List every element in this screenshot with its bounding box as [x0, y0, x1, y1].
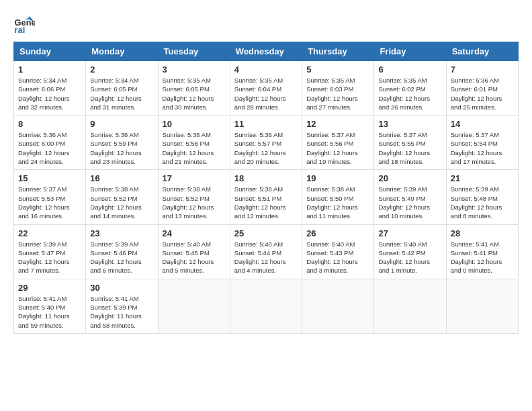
day-info: Sunrise: 5:36 AM Sunset: 5:58 PM Dayligh… [163, 130, 226, 166]
calendar-cell: 21Sunrise: 5:39 AM Sunset: 5:48 PM Dayli… [446, 170, 518, 224]
day-number: 6 [378, 64, 441, 75]
calendar-cell [374, 279, 446, 333]
day-info: Sunrise: 5:37 AM Sunset: 5:56 PM Dayligh… [306, 130, 369, 166]
calendar-cell: 6Sunrise: 5:35 AM Sunset: 6:02 PM Daylig… [374, 61, 446, 116]
day-number: 20 [378, 173, 441, 183]
day-info: Sunrise: 5:35 AM Sunset: 6:04 PM Dayligh… [234, 76, 298, 111]
day-number: 11 [234, 119, 298, 129]
day-number: 9 [90, 119, 153, 129]
day-number: 16 [90, 173, 153, 183]
calendar-cell: 18Sunrise: 5:38 AM Sunset: 5:51 PM Dayli… [230, 170, 302, 224]
logo-icon: Gene ral [13, 13, 35, 35]
day-info: Sunrise: 5:41 AM Sunset: 5:41 PM Dayligh… [451, 240, 514, 275]
calendar-cell: 15Sunrise: 5:37 AM Sunset: 5:53 PM Dayli… [14, 170, 86, 224]
day-info: Sunrise: 5:36 AM Sunset: 6:00 PM Dayligh… [18, 130, 81, 166]
calendar-cell [230, 279, 302, 333]
calendar-cell [302, 279, 374, 333]
calendar-cell: 9Sunrise: 5:36 AM Sunset: 5:59 PM Daylig… [86, 116, 158, 170]
day-info: Sunrise: 5:40 AM Sunset: 5:44 PM Dayligh… [234, 240, 298, 275]
calendar-cell: 26Sunrise: 5:40 AM Sunset: 5:43 PM Dayli… [302, 224, 374, 279]
day-number: 19 [306, 173, 369, 183]
day-number: 28 [451, 228, 514, 238]
day-number: 23 [90, 228, 153, 238]
day-info: Sunrise: 5:40 AM Sunset: 5:42 PM Dayligh… [378, 240, 441, 275]
day-number: 10 [163, 119, 226, 129]
page-header: Gene ral [13, 13, 519, 35]
day-number: 2 [90, 64, 153, 75]
day-info: Sunrise: 5:37 AM Sunset: 5:53 PM Dayligh… [18, 185, 81, 220]
day-info: Sunrise: 5:38 AM Sunset: 5:52 PM Dayligh… [90, 185, 153, 220]
calendar-cell: 17Sunrise: 5:38 AM Sunset: 5:52 PM Dayli… [158, 170, 230, 224]
calendar-cell: 12Sunrise: 5:37 AM Sunset: 5:56 PM Dayli… [302, 116, 374, 170]
day-number: 7 [451, 64, 514, 75]
calendar-cell: 24Sunrise: 5:40 AM Sunset: 5:45 PM Dayli… [158, 224, 230, 279]
day-info: Sunrise: 5:40 AM Sunset: 5:43 PM Dayligh… [306, 240, 369, 275]
day-number: 26 [306, 228, 369, 238]
day-info: Sunrise: 5:35 AM Sunset: 6:05 PM Dayligh… [163, 76, 226, 111]
calendar-cell: 20Sunrise: 5:39 AM Sunset: 5:49 PM Dayli… [374, 170, 446, 224]
day-number: 24 [163, 228, 226, 238]
calendar-cell: 11Sunrise: 5:36 AM Sunset: 5:57 PM Dayli… [230, 116, 302, 170]
day-info: Sunrise: 5:38 AM Sunset: 5:50 PM Dayligh… [306, 185, 369, 220]
day-number: 27 [378, 228, 441, 238]
calendar-cell: 19Sunrise: 5:38 AM Sunset: 5:50 PM Dayli… [302, 170, 374, 224]
calendar-cell: 10Sunrise: 5:36 AM Sunset: 5:58 PM Dayli… [158, 116, 230, 170]
col-sunday: Sunday [14, 42, 86, 61]
calendar-table: Sunday Monday Tuesday Wednesday Thursday… [13, 42, 519, 334]
day-info: Sunrise: 5:35 AM Sunset: 6:02 PM Dayligh… [378, 76, 441, 111]
calendar-cell: 23Sunrise: 5:39 AM Sunset: 5:46 PM Dayli… [86, 224, 158, 279]
day-number: 30 [90, 283, 153, 293]
day-info: Sunrise: 5:35 AM Sunset: 6:03 PM Dayligh… [306, 76, 369, 111]
calendar-cell: 5Sunrise: 5:35 AM Sunset: 6:03 PM Daylig… [302, 61, 374, 116]
calendar-cell: 8Sunrise: 5:36 AM Sunset: 6:00 PM Daylig… [14, 116, 86, 170]
svg-text:ral: ral [15, 25, 26, 35]
day-number: 5 [306, 64, 369, 75]
calendar-cell: 2Sunrise: 5:34 AM Sunset: 6:05 PM Daylig… [86, 61, 158, 116]
day-number: 14 [451, 119, 514, 129]
calendar-cell: 27Sunrise: 5:40 AM Sunset: 5:42 PM Dayli… [374, 224, 446, 279]
calendar-week-row-5: 29Sunrise: 5:41 AM Sunset: 5:40 PM Dayli… [14, 279, 519, 333]
calendar-cell: 1Sunrise: 5:34 AM Sunset: 6:06 PM Daylig… [14, 61, 86, 116]
day-number: 25 [234, 228, 298, 238]
day-info: Sunrise: 5:41 AM Sunset: 5:39 PM Dayligh… [90, 294, 153, 330]
day-info: Sunrise: 5:37 AM Sunset: 5:54 PM Dayligh… [451, 130, 514, 166]
day-info: Sunrise: 5:39 AM Sunset: 5:47 PM Dayligh… [18, 240, 81, 275]
day-number: 3 [163, 64, 226, 75]
day-info: Sunrise: 5:41 AM Sunset: 5:40 PM Dayligh… [18, 294, 81, 330]
day-info: Sunrise: 5:39 AM Sunset: 5:48 PM Dayligh… [451, 185, 514, 220]
day-number: 13 [378, 119, 441, 129]
calendar-cell: 25Sunrise: 5:40 AM Sunset: 5:44 PM Dayli… [230, 224, 302, 279]
calendar-week-row-4: 22Sunrise: 5:39 AM Sunset: 5:47 PM Dayli… [14, 224, 519, 279]
calendar-cell: 16Sunrise: 5:38 AM Sunset: 5:52 PM Dayli… [86, 170, 158, 224]
day-info: Sunrise: 5:38 AM Sunset: 5:51 PM Dayligh… [234, 185, 298, 220]
col-friday: Friday [374, 42, 446, 61]
calendar-cell: 7Sunrise: 5:36 AM Sunset: 6:01 PM Daylig… [446, 61, 518, 116]
day-info: Sunrise: 5:40 AM Sunset: 5:45 PM Dayligh… [163, 240, 226, 275]
calendar-cell: 28Sunrise: 5:41 AM Sunset: 5:41 PM Dayli… [446, 224, 518, 279]
calendar-cell: 14Sunrise: 5:37 AM Sunset: 5:54 PM Dayli… [446, 116, 518, 170]
col-saturday: Saturday [446, 42, 518, 61]
day-info: Sunrise: 5:36 AM Sunset: 5:57 PM Dayligh… [234, 130, 298, 166]
calendar-cell: 30Sunrise: 5:41 AM Sunset: 5:39 PM Dayli… [86, 279, 158, 333]
day-info: Sunrise: 5:39 AM Sunset: 5:49 PM Dayligh… [378, 185, 441, 220]
calendar-cell: 22Sunrise: 5:39 AM Sunset: 5:47 PM Dayli… [14, 224, 86, 279]
day-number: 12 [306, 119, 369, 129]
day-info: Sunrise: 5:38 AM Sunset: 5:52 PM Dayligh… [163, 185, 226, 220]
day-number: 4 [234, 64, 298, 75]
day-number: 8 [18, 119, 81, 129]
day-info: Sunrise: 5:36 AM Sunset: 6:01 PM Dayligh… [451, 76, 514, 111]
day-number: 22 [18, 228, 81, 238]
calendar-week-row-3: 15Sunrise: 5:37 AM Sunset: 5:53 PM Dayli… [14, 170, 519, 224]
calendar-week-row-1: 1Sunrise: 5:34 AM Sunset: 6:06 PM Daylig… [14, 61, 519, 116]
calendar-week-row-2: 8Sunrise: 5:36 AM Sunset: 6:00 PM Daylig… [14, 116, 519, 170]
calendar-cell: 4Sunrise: 5:35 AM Sunset: 6:04 PM Daylig… [230, 61, 302, 116]
calendar-header-row: Sunday Monday Tuesday Wednesday Thursday… [14, 42, 519, 61]
calendar-cell: 3Sunrise: 5:35 AM Sunset: 6:05 PM Daylig… [158, 61, 230, 116]
day-number: 21 [451, 173, 514, 183]
day-number: 1 [18, 64, 81, 75]
col-wednesday: Wednesday [230, 42, 302, 61]
day-number: 29 [18, 283, 81, 293]
day-number: 18 [234, 173, 298, 183]
day-info: Sunrise: 5:39 AM Sunset: 5:46 PM Dayligh… [90, 240, 153, 275]
day-info: Sunrise: 5:34 AM Sunset: 6:05 PM Dayligh… [90, 76, 153, 111]
